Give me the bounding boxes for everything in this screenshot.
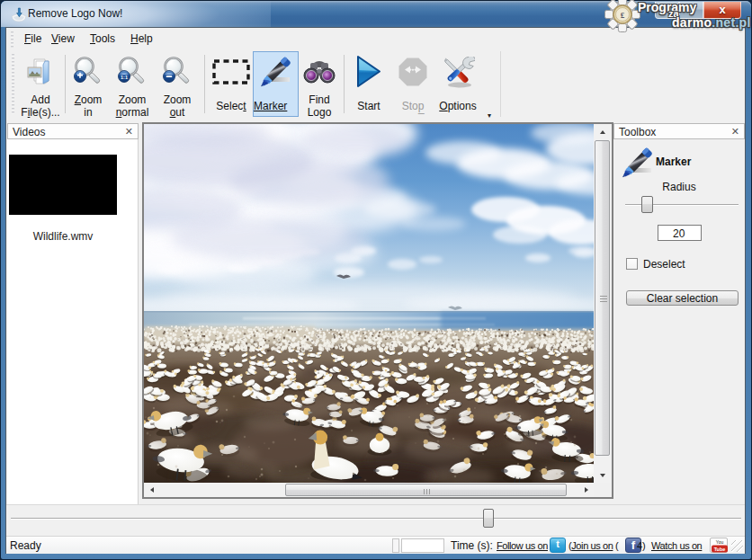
svg-text:1:1: 1:1 [121, 75, 128, 80]
svg-text:You: You [716, 539, 724, 545]
svg-text:₤: ₤ [621, 11, 625, 20]
svg-text:Tube: Tube [714, 547, 726, 552]
